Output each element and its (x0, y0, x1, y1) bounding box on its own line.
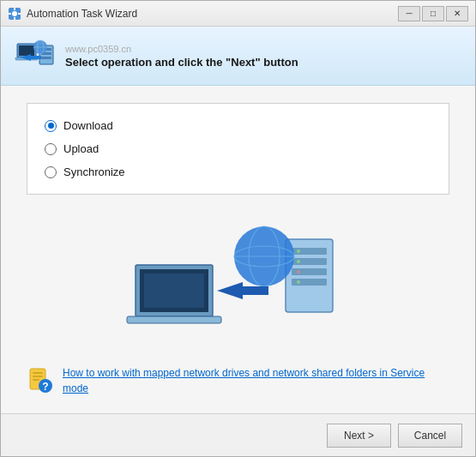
radio-download-label: Download (63, 119, 113, 132)
svg-point-24 (297, 260, 300, 263)
close-button[interactable]: ✕ (446, 6, 468, 21)
header-instruction: Select operation and click the "Next" bu… (65, 56, 298, 69)
radio-download[interactable]: Download (45, 119, 431, 132)
svg-marker-35 (217, 282, 243, 299)
header-text: www.pc0359.cn Select operation and click… (65, 44, 298, 69)
radio-upload[interactable]: Upload (45, 142, 431, 155)
radio-upload-circle[interactable] (45, 143, 57, 155)
header-icon (14, 35, 55, 76)
radio-synchronize-label: Synchronize (63, 165, 125, 178)
illustration-area (27, 207, 449, 348)
maximize-button[interactable]: □ (422, 6, 444, 21)
header-bar: www.pc0359.cn Select operation and click… (1, 27, 475, 86)
svg-rect-40 (33, 379, 39, 381)
window-icon (8, 7, 21, 21)
radio-synchronize-circle[interactable] (45, 166, 57, 178)
watermark: www.pc0359.cn (65, 44, 298, 54)
svg-point-23 (297, 250, 300, 253)
svg-rect-33 (127, 316, 221, 323)
svg-point-25 (297, 270, 300, 274)
svg-text:?: ? (42, 381, 48, 393)
svg-rect-17 (31, 56, 41, 59)
svg-rect-36 (243, 286, 268, 295)
svg-rect-3 (14, 17, 15, 20)
svg-rect-5 (18, 13, 21, 15)
window-controls: ─ □ ✕ (398, 6, 468, 21)
radio-synchronize[interactable]: Synchronize (45, 165, 431, 178)
svg-rect-2 (14, 8, 15, 10)
svg-rect-34 (144, 274, 204, 308)
help-link[interactable]: How to work with mapped network drives a… (63, 365, 449, 396)
window-title: Automation Task Wizard (27, 8, 398, 20)
download-illustration (118, 218, 359, 338)
radio-download-circle[interactable] (45, 120, 57, 132)
content-area: Download Upload Synchronize (1, 86, 475, 413)
cancel-button[interactable]: Cancel (398, 424, 462, 448)
options-box: Download Upload Synchronize (27, 103, 449, 195)
svg-point-26 (297, 280, 300, 284)
radio-upload-label: Upload (63, 142, 99, 155)
next-button[interactable]: Next > (327, 424, 391, 448)
svg-rect-12 (41, 57, 51, 59)
svg-rect-4 (9, 13, 11, 15)
radio-download-fill (48, 123, 54, 129)
svg-rect-7 (19, 45, 34, 56)
help-icon: ? (27, 367, 54, 394)
minimize-button[interactable]: ─ (398, 6, 420, 21)
help-link-area: ? How to work with mapped network drives… (27, 365, 449, 396)
main-window: Automation Task Wizard ─ □ ✕ (0, 0, 476, 457)
footer: Next > Cancel (1, 413, 475, 456)
svg-rect-39 (33, 376, 43, 377)
svg-point-1 (12, 11, 17, 16)
title-bar: Automation Task Wizard ─ □ ✕ (1, 1, 475, 27)
svg-rect-38 (33, 372, 43, 374)
